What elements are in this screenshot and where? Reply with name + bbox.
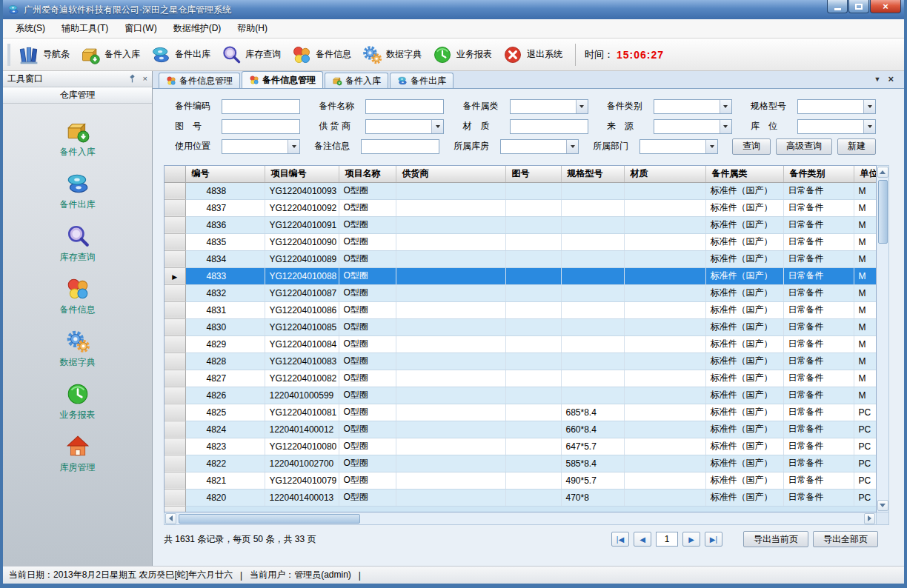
menu-item[interactable]: 帮助(H) <box>229 19 276 39</box>
column-header[interactable]: 供货商 <box>396 166 505 182</box>
cell-part-category[interactable]: 标准件（国产） <box>705 182 783 199</box>
cell-drawing-no[interactable] <box>505 267 561 284</box>
cell-material[interactable] <box>624 421 705 438</box>
cell-drawing-no[interactable] <box>505 250 561 267</box>
tool-window-close-icon[interactable]: × <box>143 75 147 83</box>
search-text-input[interactable] <box>510 119 588 134</box>
toolbar-item[interactable]: 备件信息 <box>288 41 358 68</box>
cell-number[interactable]: 4828 <box>185 353 265 370</box>
sidebar-item[interactable]: 业务报表 <box>3 375 152 428</box>
cell-project-name[interactable]: O型圈 <box>339 199 396 216</box>
cell-number[interactable]: 4838 <box>185 182 265 199</box>
cell-supplier[interactable] <box>396 421 505 438</box>
cell-project-code[interactable]: 1220401002700 <box>265 455 339 472</box>
next-page-button[interactable]: ▶ <box>682 532 700 547</box>
cell-part-type[interactable]: 日常备件 <box>783 353 854 370</box>
cell-project-code[interactable]: YG12204010093 <box>265 182 339 199</box>
cell-part-type[interactable]: 日常备件 <box>783 438 854 455</box>
table-row[interactable]: ▶ 4833 YG12204010088 O型圈 <box>165 267 877 284</box>
cell-material[interactable] <box>624 182 705 199</box>
cell-number[interactable]: 4836 <box>185 216 265 233</box>
cell-unit[interactable]: M <box>854 387 877 404</box>
row-selector-cell[interactable]: ▶ <box>165 233 185 250</box>
cell-material[interactable] <box>624 250 705 267</box>
combo-dropdown-button[interactable] <box>720 100 731 113</box>
cell-supplier[interactable] <box>396 216 505 233</box>
toolbar-item[interactable]: 备件入库 <box>76 41 147 68</box>
table-row[interactable]: ▶ 4823 YG12204010080 O型圈 647*5.7 <box>165 438 877 455</box>
cell-unit[interactable]: M <box>854 370 877 387</box>
cell-number[interactable]: 4831 <box>185 301 265 318</box>
cell-drawing-no[interactable] <box>505 335 561 353</box>
search-action-button[interactable]: 新建 <box>837 138 876 155</box>
cell-number[interactable]: 4829 <box>185 335 265 353</box>
row-selector-cell[interactable]: ▶ <box>165 335 185 353</box>
cell-unit[interactable]: M <box>854 182 877 199</box>
cell-project-code[interactable]: 1220401400012 <box>265 421 339 438</box>
cell-part-category[interactable]: 标准件（国产） <box>705 387 783 404</box>
cell-spec-model[interactable]: 685*8.4 <box>561 404 624 421</box>
search-text-input[interactable] <box>222 99 300 114</box>
column-header[interactable]: 编号 <box>185 166 265 182</box>
cell-project-name[interactable]: O型圈 <box>339 455 396 472</box>
cell-project-name[interactable]: O型圈 <box>339 250 396 267</box>
row-selector-cell[interactable]: ▶ <box>165 489 185 506</box>
cell-part-category[interactable]: 标准件（国产） <box>705 318 783 335</box>
scroll-right-button[interactable] <box>864 513 875 524</box>
cell-number[interactable]: 4825 <box>185 404 265 421</box>
search-action-button[interactable]: 高级查询 <box>776 138 832 155</box>
table-row[interactable]: ▶ 4828 YG12204010083 O型圈 <box>165 353 877 370</box>
toolbar-item[interactable]: 退出系统 <box>499 41 569 68</box>
cell-supplier[interactable] <box>396 353 505 370</box>
cell-project-name[interactable]: O型圈 <box>339 335 396 353</box>
table-row[interactable]: ▶ 4825 YG12204010081 O型圈 685*8.4 <box>165 404 877 421</box>
menu-item[interactable]: 窗口(W) <box>116 19 165 39</box>
cell-unit[interactable]: M <box>854 267 877 284</box>
cell-part-category[interactable]: 标准件（国产） <box>705 216 783 233</box>
table-row[interactable]: ▶ 4829 YG12204010084 O型圈 <box>165 335 877 353</box>
cell-drawing-no[interactable] <box>505 489 561 506</box>
cell-project-name[interactable]: O型圈 <box>339 489 396 506</box>
table-row[interactable]: ▶ 4827 YG12204010082 O型圈 <box>165 370 877 387</box>
row-selector-cell[interactable]: ▶ <box>165 182 185 199</box>
column-header[interactable]: 项目编号 <box>265 166 339 182</box>
table-row[interactable]: ▶ 4838 YG12204010093 O型圈 <box>165 182 877 199</box>
table-row[interactable]: ▶ 4821 YG12204010079 O型圈 490*5.7 <box>165 472 877 489</box>
row-selector-cell[interactable]: ▶ <box>165 370 185 387</box>
vertical-scrollbar[interactable] <box>877 165 889 512</box>
cell-part-category[interactable]: 标准件（国产） <box>705 421 783 438</box>
cell-project-code[interactable]: YG12204010082 <box>265 370 339 387</box>
cell-project-name[interactable]: O型圈 <box>339 284 396 301</box>
cell-drawing-no[interactable] <box>505 233 561 250</box>
cell-material[interactable] <box>624 335 705 353</box>
cell-number[interactable]: 4833 <box>185 267 265 284</box>
cell-material[interactable] <box>624 455 705 472</box>
column-header[interactable]: 单位 <box>854 166 877 182</box>
cell-project-code[interactable]: YG12204010081 <box>265 404 339 421</box>
search-combo[interactable] <box>510 99 588 114</box>
cell-part-type[interactable]: 日常备件 <box>783 387 854 404</box>
row-selector-cell[interactable]: ▶ <box>165 404 185 421</box>
cell-part-category[interactable]: 标准件（国产） <box>705 284 783 301</box>
cell-supplier[interactable] <box>396 455 505 472</box>
menu-item[interactable]: 辅助工具(T) <box>53 19 116 39</box>
cell-supplier[interactable] <box>396 404 505 421</box>
menu-item[interactable]: 数据维护(D) <box>165 19 230 39</box>
table-row[interactable]: ▶ 4834 YG12204010089 O型圈 <box>165 250 877 267</box>
cell-unit[interactable]: PC <box>854 438 877 455</box>
cell-part-type[interactable]: 日常备件 <box>783 421 854 438</box>
cell-spec-model[interactable]: 660*8.4 <box>561 421 624 438</box>
row-selector-cell[interactable]: ▶ <box>165 267 185 284</box>
cell-project-code[interactable]: YG12204010091 <box>265 216 339 233</box>
cell-unit[interactable]: M <box>854 233 877 250</box>
search-combo[interactable] <box>500 139 579 154</box>
tab-list-dropdown-icon[interactable]: ▼ <box>874 76 880 83</box>
cell-project-name[interactable]: O型圈 <box>339 301 396 318</box>
cell-material[interactable] <box>624 267 705 284</box>
column-header[interactable]: 备件属类 <box>705 166 783 182</box>
cell-part-type[interactable]: 日常备件 <box>783 489 854 506</box>
cell-part-category[interactable]: 标准件（国产） <box>705 267 783 284</box>
cell-drawing-no[interactable] <box>505 353 561 370</box>
cell-part-type[interactable]: 日常备件 <box>783 216 854 233</box>
cell-project-name[interactable]: O型圈 <box>339 370 396 387</box>
